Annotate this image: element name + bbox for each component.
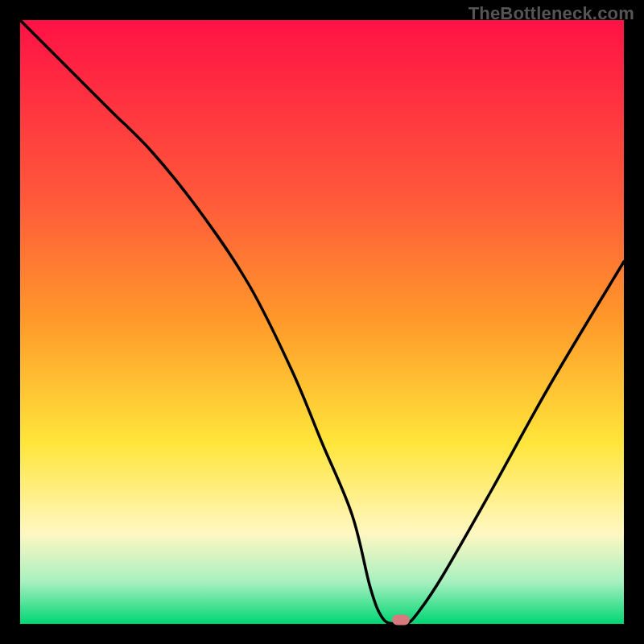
bottleneck-curve [20,20,624,624]
chart-frame: TheBottleneck.com [0,0,644,644]
optimal-point-marker [392,615,410,625]
watermark-text: TheBottleneck.com [469,3,634,24]
plot-area [20,20,624,624]
